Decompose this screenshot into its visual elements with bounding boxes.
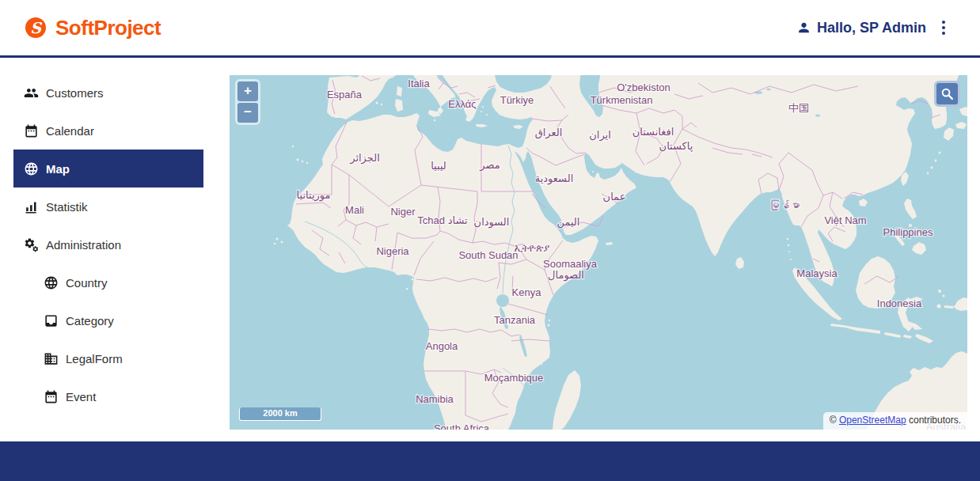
country-label: Ελλάς xyxy=(448,98,476,110)
gears-icon xyxy=(24,237,39,252)
search-button[interactable] xyxy=(934,81,960,107)
globe-icon xyxy=(44,275,59,290)
greeting-text: Hallo, SP Admin xyxy=(817,20,926,36)
globe-icon xyxy=(24,161,39,176)
calendar-icon xyxy=(44,389,59,404)
country-label: Namibia xyxy=(416,393,454,405)
country-label: عمان xyxy=(603,191,626,203)
country-label: Malaysia xyxy=(796,267,838,279)
user-menu[interactable]: Hallo, SP Admin xyxy=(796,19,926,36)
country-label: Niger xyxy=(390,206,416,218)
inbox-icon xyxy=(44,313,59,328)
country-label: پاکستان xyxy=(659,140,693,152)
sidebar-item-statistik[interactable]: Statistik xyxy=(13,187,203,225)
country-label: South Africa xyxy=(434,422,490,430)
country-label: ليبيا xyxy=(431,160,446,172)
logo-letter: S xyxy=(30,19,43,36)
country-label: Soomaaliya xyxy=(543,258,598,270)
sidebar-item-administration[interactable]: Administration xyxy=(13,225,203,263)
search-icon xyxy=(940,87,954,100)
country-label: ኢትዮጵያ xyxy=(515,242,550,254)
country-label: العراق xyxy=(535,127,563,139)
sidebar-item-category[interactable]: Category xyxy=(13,301,203,339)
sidebar-item-label: Calendar xyxy=(46,124,94,138)
country-label: Nigeria xyxy=(376,245,409,257)
country-label: Indonesia xyxy=(877,297,922,309)
country-label: Tanzania xyxy=(494,314,536,326)
attribution-prefix: © xyxy=(830,415,839,426)
country-label: မြန်မာ xyxy=(769,199,800,211)
country-label: Việt Nam xyxy=(824,214,866,226)
country-label: السعودية xyxy=(535,172,574,185)
sidebar-item-label: Statistik xyxy=(46,200,88,214)
sidebar-item-label: Map xyxy=(46,162,70,176)
sidebar-item-map[interactable]: Map xyxy=(13,150,203,187)
sidebar-item-customers[interactable]: Customers xyxy=(13,74,203,112)
country-label: اليمن xyxy=(557,216,580,229)
bar-chart-icon xyxy=(24,199,39,214)
country-label: الجزائر xyxy=(349,152,380,165)
map-canvas[interactable]: ItaliaEspañaΕλλάςTürkiyeO'zbekistonTürkm… xyxy=(230,75,967,430)
softproject-logo-icon: S xyxy=(24,16,47,40)
country-label: Philippines xyxy=(883,226,933,238)
sidebar-item-label: Category xyxy=(66,314,114,328)
country-label: مصر xyxy=(479,159,499,172)
country-label: ايران xyxy=(589,129,611,142)
scale-bar: 2000 km xyxy=(239,407,321,421)
map-tiles: ItaliaEspañaΕλλάςTürkiyeO'zbekistonTürkm… xyxy=(230,75,967,430)
sidebar-item-label: Event xyxy=(66,390,96,403)
attribution: © OpenStreetMap contributors. xyxy=(823,412,967,430)
person-icon xyxy=(796,19,811,36)
building-icon xyxy=(44,351,59,366)
sidebar-item-country[interactable]: Country xyxy=(13,263,203,301)
country-label: افغانستان xyxy=(632,126,674,138)
sidebar-item-label: Customers xyxy=(46,86,104,100)
brand-name: SoftProject xyxy=(55,16,161,40)
country-label: Italia xyxy=(408,78,430,89)
country-label: Angola xyxy=(426,340,458,352)
country-label: الصومال xyxy=(548,269,584,282)
country-label: 中国 xyxy=(788,102,809,114)
country-label: Moçambique xyxy=(484,372,543,384)
kebab-menu-icon[interactable] xyxy=(939,17,948,38)
country-label: South Sudan xyxy=(458,249,518,261)
country-label: Türkiye xyxy=(500,94,534,106)
sidebar-item-label: LegalForm xyxy=(66,352,123,365)
attribution-link[interactable]: OpenStreetMap xyxy=(839,415,906,426)
sidebar-item-label: Administration xyxy=(46,238,121,252)
country-label: O'zbekiston xyxy=(617,81,670,93)
country-label: السودان xyxy=(474,216,510,229)
zoom-control: + − xyxy=(235,79,260,125)
country-label: Kenya xyxy=(512,286,542,298)
users-icon xyxy=(24,85,39,100)
sidebar-item-label: Country xyxy=(66,276,108,290)
country-label: Tchad تشاد xyxy=(417,214,468,226)
country-label: Mali xyxy=(345,204,364,216)
country-label: موريتانيا xyxy=(297,189,331,202)
calendar-icon xyxy=(24,123,39,138)
sidebar-item-event[interactable]: Event xyxy=(13,377,203,415)
country-label: Türkmenistan xyxy=(591,94,653,106)
country-label: España xyxy=(327,89,363,100)
app-logo[interactable]: S SoftProject xyxy=(24,16,161,40)
sidebar-item-calendar[interactable]: Calendar xyxy=(13,112,203,150)
attribution-suffix: contributors. xyxy=(906,415,961,426)
footer-bar xyxy=(0,441,980,481)
zoom-in-button[interactable]: + xyxy=(237,81,258,101)
sidebar-item-legalform[interactable]: LegalForm xyxy=(13,339,203,377)
header: S SoftProject Hallo, SP Admin xyxy=(0,0,980,58)
sidebar: Customers Calendar Map Statistik Adminis… xyxy=(0,58,203,430)
zoom-out-button[interactable]: − xyxy=(237,103,258,123)
